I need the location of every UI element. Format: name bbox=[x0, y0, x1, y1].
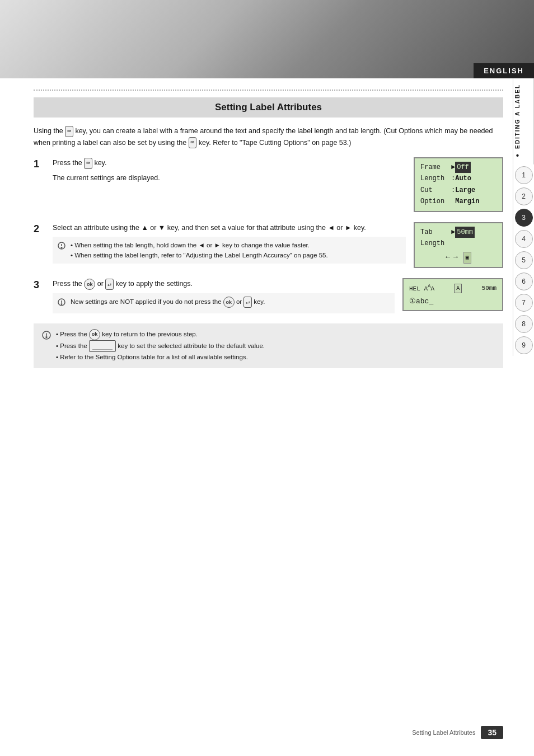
lcd2-arrow-row: ←→ ▣ bbox=[420, 249, 496, 264]
chapter-num-2: 2 bbox=[515, 187, 533, 205]
lcd2-row-tab: Tab ► 50mm bbox=[420, 227, 496, 238]
step-3-block: 3 Press the ok or ↵ key to apply the set… bbox=[34, 278, 503, 313]
step-3-lcd: HEL AAA A 50mm ①abc_ bbox=[402, 278, 503, 311]
bn-ok-key: ok bbox=[89, 329, 100, 340]
page-title: Setting Label Attributes bbox=[34, 97, 503, 118]
step1-key-icon: ⌨ bbox=[84, 158, 92, 169]
step-1-instruction: Press the ⌨ key. bbox=[53, 157, 408, 169]
bn-rect-key: ______ bbox=[89, 340, 116, 352]
right-sidebar: EDITING A LABEL 1 2 3 4 5 6 7 8 9 bbox=[513, 78, 534, 356]
step-2-hints: • When setting the tab length, hold down… bbox=[53, 237, 406, 264]
bottom-notes-text: • Press the ok key to return to the prev… bbox=[56, 329, 265, 363]
bottom-notes: • Press the ok key to return to the prev… bbox=[34, 323, 503, 369]
footer-title: Setting Label Attributes bbox=[412, 729, 475, 736]
main-content: Setting Label Attributes Using the ⌨ key… bbox=[34, 90, 503, 402]
step3-back-key: ↵ bbox=[105, 279, 114, 290]
lcd1-row-length: Length : Auto bbox=[420, 173, 496, 184]
svg-point-5 bbox=[61, 304, 62, 305]
step-1-number: 1 bbox=[34, 157, 49, 170]
svg-point-8 bbox=[46, 336, 47, 337]
step-3-instruction: Press the ok or ↵ key to apply the setti… bbox=[53, 278, 395, 290]
step-2-instruction: Select an attribute using the ▲ or ▼ key… bbox=[53, 222, 406, 233]
step-3-content: Press the ok or ↵ key to apply the setti… bbox=[49, 278, 503, 313]
chapter-num-8: 8 bbox=[515, 315, 533, 333]
step-3-hint-text: New settings are NOT applied if you do n… bbox=[71, 297, 265, 308]
svg-point-2 bbox=[61, 247, 62, 248]
key-icon-label: ⌨ bbox=[65, 126, 73, 137]
step-1-block: 1 Press the ⌨ key. The current settings … bbox=[34, 157, 503, 212]
chapter-number-list: 1 2 3 4 5 6 7 8 9 bbox=[513, 165, 534, 356]
step3-back-key2: ↵ bbox=[243, 297, 252, 308]
key-icon-label2: ⌨ bbox=[189, 137, 197, 148]
step-2-number: 2 bbox=[34, 222, 49, 235]
lcd3-row1: HEL AAA A 50mm bbox=[409, 283, 496, 293]
lcd3-row2: ①abc_ bbox=[409, 296, 496, 307]
chapter-num-6: 6 bbox=[515, 273, 533, 290]
dotted-separator bbox=[34, 90, 503, 91]
chapter-num-7: 7 bbox=[515, 294, 533, 312]
step-2-content: Select an attribute using the ▲ or ▼ key… bbox=[49, 222, 503, 269]
header-banner: ENGLISH bbox=[0, 0, 534, 78]
chapter-num-5: 5 bbox=[515, 251, 533, 269]
step-1-sub: The current settings are displayed. bbox=[53, 172, 408, 184]
lcd1-row-option: Option Margin bbox=[420, 196, 496, 207]
step-3-number: 3 bbox=[34, 278, 49, 291]
sidebar-chapter-label: EDITING A LABEL bbox=[513, 78, 534, 165]
step-1-content: Press the ⌨ key. The current settings ar… bbox=[49, 157, 503, 212]
lcd1-row-frame: Frame ► Off bbox=[420, 162, 496, 173]
step-3-hint: New settings are NOT applied if you do n… bbox=[53, 293, 395, 313]
intro-paragraph: Using the ⌨ key, you can create a label … bbox=[34, 125, 503, 148]
step-1-lcd: Frame ► Off Length : Auto Cut : Large bbox=[414, 157, 503, 212]
page-footer: Setting Label Attributes 35 bbox=[412, 726, 503, 739]
step3-ok-key2: ok bbox=[223, 297, 235, 308]
language-tab: ENGLISH bbox=[474, 63, 534, 78]
chapter-num-3: 3 bbox=[515, 209, 533, 227]
lcd1-row-cut: Cut : Large bbox=[420, 185, 496, 196]
step3-ok-key: ok bbox=[84, 279, 95, 290]
note-icon bbox=[41, 330, 51, 344]
chapter-num-9: 9 bbox=[515, 336, 533, 354]
hint-icon-2 bbox=[57, 241, 67, 253]
step-2-hint-text: • When setting the tab length, hold down… bbox=[71, 240, 328, 261]
lcd2-row-length: Length bbox=[420, 238, 496, 249]
chapter-num-1: 1 bbox=[515, 166, 533, 184]
step-2-block: 2 Select an attribute using the ▲ or ▼ k… bbox=[34, 222, 503, 269]
page-number-badge: 35 bbox=[481, 726, 503, 739]
hint-icon-3 bbox=[57, 298, 67, 309]
chapter-num-4: 4 bbox=[515, 230, 533, 248]
step-2-lcd: Tab ► 50mm Length ←→ ▣ bbox=[414, 222, 503, 269]
